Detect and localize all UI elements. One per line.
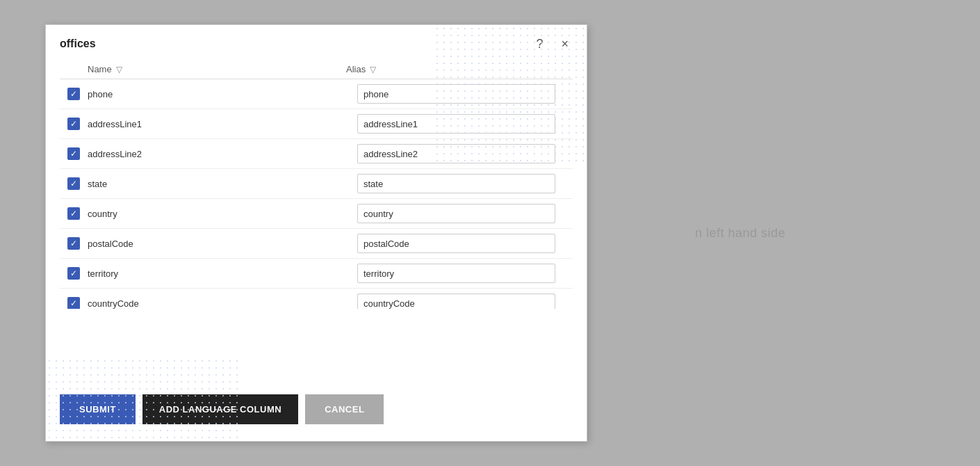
table-row: ✓ territory <box>60 259 573 289</box>
table-row: ✓ postalCode <box>60 229 573 259</box>
name-cell-row-phone: phone <box>88 89 357 99</box>
name-cell-row-state: state <box>88 179 357 189</box>
table-header: Name ▽ Alias ▽ <box>60 58 573 79</box>
checkmark-row-addressLine1: ✓ <box>70 120 77 128</box>
checkbox-cell-row-countryCode: ✓ <box>60 297 88 309</box>
checkbox-row-territory[interactable]: ✓ <box>67 267 80 280</box>
modal-dialog: offices ? × Name ▽ Alias ▽ <box>45 24 587 442</box>
table-rows: ✓ phone ✓ addressLine1 ✓ a <box>60 79 573 309</box>
checkmark-row-postalCode: ✓ <box>70 239 77 248</box>
alias-input-row-addressLine2[interactable] <box>357 144 555 163</box>
alias-cell-row-territory <box>357 264 573 283</box>
checkbox-row-countryCode[interactable]: ✓ <box>67 297 80 309</box>
checkbox-cell-row-phone: ✓ <box>60 88 88 100</box>
alias-input-row-country[interactable] <box>357 204 555 223</box>
cancel-button[interactable]: CANCEL <box>305 394 384 424</box>
close-button[interactable]: × <box>557 36 573 51</box>
modal-overlay: offices ? × Name ▽ Alias ▽ <box>0 0 980 466</box>
name-cell-row-addressLine1: addressLine1 <box>88 119 357 129</box>
checkbox-cell-row-addressLine2: ✓ <box>60 147 88 160</box>
name-cell-row-country: country <box>88 209 357 219</box>
table-row: ✓ addressLine1 <box>60 109 573 139</box>
checkmark-row-addressLine2: ✓ <box>70 150 77 158</box>
checkbox-row-addressLine2[interactable]: ✓ <box>67 147 80 160</box>
table-row: ✓ country <box>60 199 573 229</box>
name-cell-row-territory: territory <box>88 268 357 279</box>
name-cell-row-addressLine2: addressLine2 <box>88 149 357 159</box>
checkbox-cell-row-country: ✓ <box>60 207 88 220</box>
header-alias-col: Alias ▽ <box>346 64 562 74</box>
checkbox-cell-row-territory: ✓ <box>60 267 88 280</box>
table-row: ✓ state <box>60 169 573 199</box>
submit-button[interactable]: SUBMIT <box>60 394 136 424</box>
checkmark-row-country: ✓ <box>70 209 77 218</box>
alias-input-row-postalCode[interactable] <box>357 234 555 253</box>
table-row: ✓ countryCode <box>60 289 573 309</box>
name-filter-icon[interactable]: ▽ <box>116 65 122 74</box>
alias-cell-row-addressLine2 <box>357 144 573 163</box>
checkbox-cell-row-state: ✓ <box>60 177 88 190</box>
name-header-label: Name <box>88 64 112 74</box>
modal-body: Name ▽ Alias ▽ ✓ phone <box>46 58 587 380</box>
header-name-col: Name ▽ <box>88 64 346 74</box>
alias-input-row-phone[interactable] <box>357 84 555 104</box>
checkbox-row-phone[interactable]: ✓ <box>67 88 80 100</box>
checkbox-row-addressLine1[interactable]: ✓ <box>67 118 80 130</box>
checkmark-row-state: ✓ <box>70 179 77 188</box>
help-button[interactable]: ? <box>532 36 547 51</box>
modal-footer: SUBMIT ADD LANGUAGE COLUMN CANCEL <box>46 380 587 441</box>
checkbox-row-country[interactable]: ✓ <box>67 207 80 220</box>
table-row: ✓ phone <box>60 79 573 109</box>
table-row: ✓ addressLine2 <box>60 139 573 169</box>
checkbox-cell-row-addressLine1: ✓ <box>60 118 88 130</box>
modal-header: offices ? × <box>46 25 587 58</box>
checkbox-row-state[interactable]: ✓ <box>67 177 80 190</box>
alias-input-row-addressLine1[interactable] <box>357 114 555 134</box>
alias-cell-row-country <box>357 204 573 223</box>
checkmark-row-phone: ✓ <box>70 90 77 98</box>
alias-cell-row-phone <box>357 84 573 104</box>
alias-filter-icon[interactable]: ▽ <box>370 65 376 74</box>
alias-header-label: Alias <box>346 64 366 74</box>
alias-input-row-countryCode[interactable] <box>357 294 555 309</box>
alias-cell-row-postalCode <box>357 234 573 253</box>
add-language-column-button[interactable]: ADD LANGUAGE COLUMN <box>142 394 298 424</box>
checkmark-row-countryCode: ✓ <box>70 299 77 307</box>
modal-title: offices <box>60 38 96 50</box>
checkmark-row-territory: ✓ <box>70 269 77 278</box>
name-cell-row-countryCode: countryCode <box>88 298 357 309</box>
alias-input-row-territory[interactable] <box>357 264 555 283</box>
name-cell-row-postalCode: postalCode <box>88 239 357 249</box>
alias-input-row-state[interactable] <box>357 174 555 193</box>
alias-cell-row-countryCode <box>357 294 573 309</box>
checkbox-row-postalCode[interactable]: ✓ <box>67 237 80 250</box>
modal-header-icons: ? × <box>532 36 573 51</box>
alias-cell-row-addressLine1 <box>357 114 573 134</box>
alias-cell-row-state <box>357 174 573 193</box>
checkbox-cell-row-postalCode: ✓ <box>60 237 88 250</box>
